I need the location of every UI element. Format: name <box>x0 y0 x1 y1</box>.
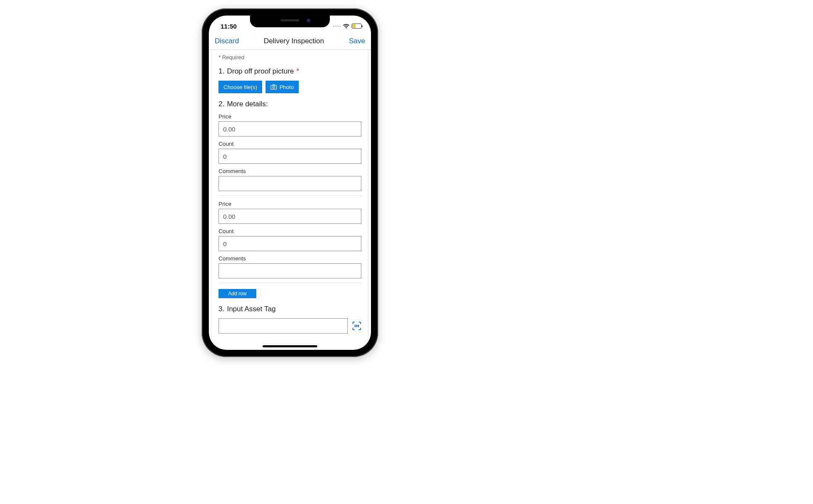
count-label-2: Count <box>218 228 361 234</box>
count-field-1: Count <box>218 141 361 164</box>
price-field-2: Price <box>218 201 361 224</box>
question-2-title: 2. More details: <box>218 100 361 108</box>
row-separator-2 <box>218 283 361 283</box>
count-field-2: Count <box>218 228 361 251</box>
comments-field-1: Comments <box>218 168 361 191</box>
asset-tag-input[interactable] <box>218 318 348 333</box>
battery-fill <box>353 24 355 28</box>
asset-tag-row <box>218 318 361 333</box>
page-title: Delivery Inspection <box>264 37 324 45</box>
home-indicator[interactable] <box>263 345 317 347</box>
question-3-title: 3. Input Asset Tag <box>218 305 361 313</box>
phone-bezel: 11:50 Discard <box>208 14 372 351</box>
price-input-1[interactable] <box>218 121 361 136</box>
photo-button[interactable]: Photo <box>266 81 299 93</box>
speaker <box>281 19 299 21</box>
nav-bar: Discard Delivery Inspection Save <box>209 32 371 50</box>
count-input-2[interactable] <box>218 236 361 251</box>
required-note: * Required <box>218 54 361 60</box>
battery-icon <box>352 24 362 29</box>
camera-icon <box>271 84 277 90</box>
required-label: Required <box>222 54 245 60</box>
detail-row-1: Price Count Comments <box>218 113 361 191</box>
count-input-1[interactable] <box>218 149 361 164</box>
status-time: 11:50 <box>221 23 237 30</box>
status-right <box>333 24 362 29</box>
q2-text: More details: <box>227 100 268 108</box>
choose-files-button[interactable]: Choose file(s) <box>218 81 262 93</box>
q1-buttons: Choose file(s) Photo <box>218 81 361 93</box>
comments-input-2[interactable] <box>218 263 361 278</box>
cellular-dots-icon <box>333 26 341 27</box>
save-button[interactable]: Save <box>349 37 365 45</box>
question-3: 3. Input Asset Tag <box>218 305 361 333</box>
q1-text: Drop off proof picture <box>227 67 294 76</box>
count-label-1: Count <box>218 141 361 147</box>
question-1: 1. Drop off proof picture * Choose file(… <box>218 67 361 93</box>
question-2: 2. More details: Price Count <box>218 100 361 298</box>
comments-label-1: Comments <box>218 168 361 174</box>
comments-field-2: Comments <box>218 255 361 278</box>
detail-row-2: Price Count Comments <box>218 201 361 278</box>
phone-frame: 11:50 Discard <box>202 8 378 357</box>
add-row-label: Add row <box>228 291 247 297</box>
form-area[interactable]: * Required 1. Drop off proof picture * C… <box>211 50 368 344</box>
photo-label: Photo <box>279 84 294 90</box>
price-input-2[interactable] <box>218 209 361 224</box>
comments-label-2: Comments <box>218 255 361 262</box>
front-camera <box>307 18 310 22</box>
phone-screen: 11:50 Discard <box>209 16 371 350</box>
q1-number: 1. <box>218 67 224 76</box>
q3-text: Input Asset Tag <box>227 305 276 313</box>
price-label-1: Price <box>218 113 361 120</box>
q3-number: 3. <box>218 305 224 313</box>
notch <box>250 16 330 27</box>
price-field-1: Price <box>218 113 361 136</box>
barcode-scan-icon[interactable] <box>352 321 361 331</box>
wifi-icon <box>343 24 350 29</box>
comments-input-1[interactable] <box>218 176 361 191</box>
choose-files-label: Choose file(s) <box>224 84 257 90</box>
discard-button[interactable]: Discard <box>215 37 239 45</box>
price-label-2: Price <box>218 201 361 207</box>
add-row-button[interactable]: Add row <box>218 289 256 298</box>
q1-required-star: * <box>297 67 300 76</box>
svg-point-1 <box>273 86 275 88</box>
question-1-title: 1. Drop off proof picture * <box>218 67 361 76</box>
q2-number: 2. <box>218 100 224 108</box>
row-separator <box>218 195 361 196</box>
required-star: * <box>218 54 221 60</box>
